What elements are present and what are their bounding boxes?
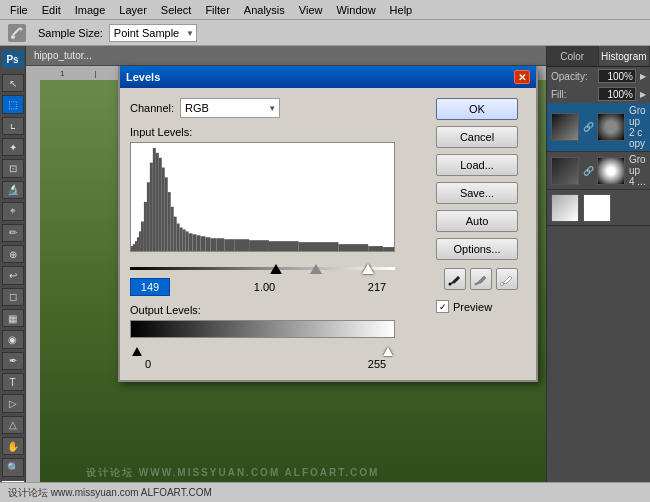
svg-rect-14	[156, 153, 159, 251]
output-max-display: 255	[359, 358, 395, 370]
input-values-row: 1.00 217	[130, 278, 395, 296]
svg-rect-8	[139, 231, 141, 251]
channel-row: Channel: RGB Red Green Blue	[130, 98, 428, 118]
svg-rect-10	[144, 202, 147, 251]
svg-rect-5	[133, 244, 135, 251]
svg-point-40	[449, 283, 452, 286]
svg-rect-17	[165, 177, 168, 251]
svg-rect-21	[177, 224, 180, 251]
ok-button[interactable]: OK	[436, 98, 518, 120]
dialog-title: Levels	[126, 71, 160, 83]
svg-rect-23	[183, 229, 186, 251]
svg-rect-30	[210, 238, 216, 251]
svg-rect-9	[141, 222, 144, 251]
dialog-titlebar: Levels ✕	[120, 66, 536, 88]
svg-rect-22	[180, 227, 183, 251]
auto-button[interactable]: Auto	[436, 210, 518, 232]
svg-rect-15	[159, 158, 162, 251]
svg-rect-6	[135, 241, 137, 251]
input-max-display: 217	[359, 281, 395, 293]
output-min-display: 0	[130, 358, 166, 370]
dialog-body: Channel: RGB Red Green Blue Input Levels…	[120, 88, 536, 380]
svg-rect-4	[131, 246, 133, 251]
input-slider-row	[130, 254, 395, 274]
svg-rect-36	[299, 242, 339, 251]
svg-point-42	[501, 283, 504, 286]
svg-rect-13	[153, 148, 156, 251]
svg-rect-35	[269, 241, 299, 251]
dialog-overlay: Levels ✕ Channel: RGB Red Green Blue	[0, 0, 650, 502]
load-button[interactable]: Load...	[436, 154, 518, 176]
svg-rect-24	[186, 231, 189, 251]
channel-label: Channel:	[130, 102, 174, 114]
svg-rect-11	[147, 182, 150, 251]
input-levels-label: Input Levels:	[130, 126, 428, 138]
eyedropper-row	[436, 268, 526, 290]
preview-checkbox[interactable]: ✓	[436, 300, 449, 313]
svg-rect-12	[150, 163, 153, 251]
svg-rect-32	[224, 239, 234, 251]
input-mid-display: 1.00	[247, 281, 283, 293]
svg-rect-38	[368, 246, 383, 251]
svg-point-41	[475, 283, 478, 286]
output-gradient-bar	[130, 320, 395, 338]
dialog-left: Channel: RGB Red Green Blue Input Levels…	[130, 98, 428, 370]
svg-rect-34	[249, 240, 269, 251]
output-slider-row	[130, 340, 395, 356]
save-button[interactable]: Save...	[436, 182, 518, 204]
histogram-area	[130, 142, 395, 252]
preview-row: ✓ Preview	[436, 300, 526, 313]
svg-rect-28	[200, 236, 205, 251]
dialog-right: OK Cancel Load... Save... Auto Options..…	[436, 98, 526, 370]
svg-rect-39	[383, 247, 394, 251]
output-values-row: 0 255	[130, 358, 395, 370]
svg-rect-7	[137, 237, 139, 251]
levels-dialog: Levels ✕ Channel: RGB Red Green Blue	[118, 66, 538, 382]
svg-rect-37	[338, 244, 368, 251]
black-point-eyedropper[interactable]	[444, 268, 466, 290]
channel-select-wrapper[interactable]: RGB Red Green Blue	[180, 98, 280, 118]
svg-rect-19	[171, 207, 174, 251]
svg-rect-27	[197, 235, 201, 251]
histogram-svg	[131, 143, 394, 251]
svg-rect-33	[234, 239, 249, 251]
input-midtone-handle[interactable]	[310, 264, 322, 274]
svg-rect-20	[174, 217, 177, 251]
input-min-field[interactable]	[130, 278, 170, 296]
channel-select[interactable]: RGB Red Green Blue	[180, 98, 280, 118]
input-slider-track	[130, 267, 395, 270]
svg-rect-29	[205, 237, 210, 251]
cancel-button[interactable]: Cancel	[436, 126, 518, 148]
svg-rect-16	[162, 168, 165, 251]
input-black-point-handle[interactable]	[270, 264, 282, 274]
svg-rect-26	[193, 234, 197, 251]
preview-label: Preview	[453, 301, 492, 313]
dialog-close-button[interactable]: ✕	[514, 70, 530, 84]
svg-rect-18	[168, 192, 171, 251]
white-point-eyedropper[interactable]	[496, 268, 518, 290]
output-black-handle[interactable]	[132, 347, 142, 356]
output-levels-label: Output Levels:	[130, 304, 428, 316]
svg-rect-25	[189, 233, 193, 251]
svg-rect-31	[216, 238, 224, 251]
input-white-point-handle[interactable]	[362, 264, 374, 274]
options-button[interactable]: Options...	[436, 238, 518, 260]
output-white-handle[interactable]	[383, 347, 393, 356]
gray-point-eyedropper[interactable]	[470, 268, 492, 290]
